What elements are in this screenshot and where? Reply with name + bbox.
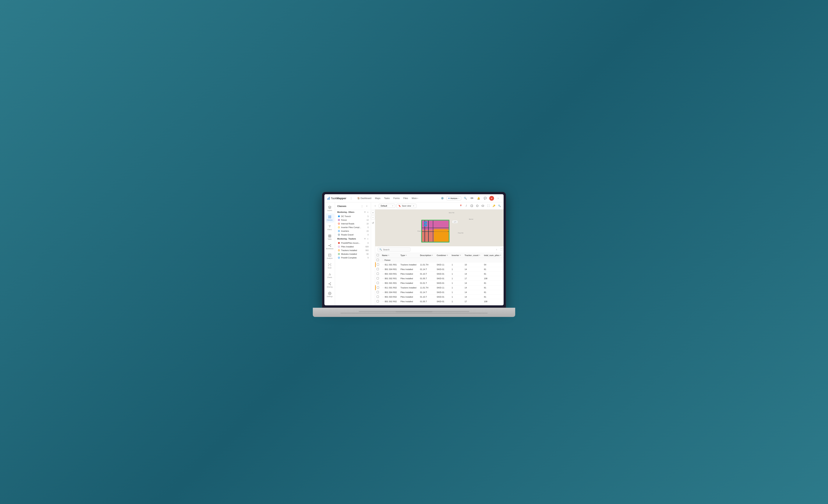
view-selector[interactable]: Default ▾ — [379, 204, 395, 208]
row-checkbox-8[interactable] — [377, 300, 379, 302]
search-box[interactable]: 🔍 — [377, 247, 411, 252]
sidebar-item-filters[interactable]: Filters — [325, 223, 334, 232]
row-checkbox-0[interactable] — [377, 263, 379, 266]
key-row-2 — [340, 313, 488, 313]
th-description[interactable]: Description⇅ — [418, 253, 435, 258]
th-tot[interactable]: tot⇅ — [503, 253, 504, 258]
classes-add-btn[interactable]: ＋ — [365, 204, 369, 208]
group-checkbox[interactable] — [377, 259, 379, 261]
nav-forms[interactable]: Forms — [392, 196, 401, 200]
class-item-piles-installed[interactable]: Piles Installed 609 — [335, 245, 371, 249]
sidebar-item-classes[interactable]: Classes — [325, 213, 334, 222]
col-type-label: Type — [400, 254, 405, 256]
zoom-out-btn[interactable]: － — [371, 215, 375, 219]
cell-desc-1: 01.14.T — [418, 267, 435, 272]
group-visibility-icon[interactable]: 👁 — [364, 211, 366, 213]
user-chevron-icon[interactable]: ▾ — [496, 196, 501, 201]
sidebar-item-table[interactable]: Table — [325, 233, 334, 242]
table-row: →B01 S03 R02 Piles Installed 01.10.T SKI… — [376, 295, 504, 299]
class-item-dc-trench[interactable]: DC Trench 5 — [335, 214, 371, 218]
map-expand-tool[interactable]: ⛶ — [486, 203, 491, 208]
notifications-icon-btn[interactable]: 🔔 — [476, 196, 481, 201]
zoom-in-btn[interactable]: ＋ — [371, 211, 375, 215]
row-checkbox-5[interactable] — [377, 286, 379, 289]
sidebar-item-layers[interactable]: Layers — [325, 204, 334, 213]
class-count-roads-gravel: 0 — [366, 234, 369, 236]
map-search-tool[interactable]: 🔍 — [497, 203, 502, 208]
map-controls: ＋ － ↺ — [371, 210, 375, 305]
nav-tasks[interactable]: Tasks — [382, 196, 391, 200]
settings-icon-btn[interactable]: ⚙️ — [440, 196, 445, 201]
table-export-btn[interactable]: ↑ — [495, 248, 499, 252]
save-view-close-icon[interactable]: ✕ — [413, 205, 414, 207]
map-key-tool[interactable]: 🔑 — [492, 203, 496, 208]
classes-panel-title: Classes — [337, 205, 360, 208]
class-item-predrill-incom[interactable]: Predrill/Piles Incom... 0 — [335, 241, 371, 245]
class-item-roads-gravel[interactable]: Roads Gravel 0 — [335, 233, 371, 237]
nav-files[interactable]: Files — [402, 196, 409, 200]
row-checkbox-7[interactable] — [377, 296, 379, 298]
cell-tracker-2: 14 — [463, 272, 482, 276]
language-selector[interactable]: EN — [469, 196, 474, 201]
workspace-selector[interactable]: Horizon ▾ — [446, 196, 461, 200]
class-name-predrill-incom: Predrill/Piles Incom... — [341, 242, 364, 244]
table-row: →B01 S03 R01 Piles Installed 01.10.T SKI… — [376, 272, 504, 276]
th-total-num-piles[interactable]: total_num_piles⇅ — [482, 253, 503, 258]
map-rect-tool[interactable] — [469, 203, 474, 208]
sidebar-item-scan[interactable]: Scan — [325, 261, 334, 270]
nav-more[interactable]: More ▾ — [410, 196, 419, 200]
class-item-fence[interactable]: Fence 13 — [335, 218, 371, 222]
group-collapse-icon[interactable]: ∧ — [367, 211, 369, 213]
class-dot-dc-trench — [338, 215, 340, 217]
map-line-tool[interactable]: / — [464, 203, 469, 208]
search-icon-btn[interactable]: 🔍 — [463, 196, 468, 201]
class-name-inverter-piles: Inverter Piles Compl... — [341, 226, 364, 228]
nav-maps[interactable]: Maps — [374, 196, 382, 200]
sidebar-item-settings[interactable]: Settings — [325, 290, 334, 299]
class-item-inverters[interactable]: Inverters 24 — [335, 229, 371, 233]
sidebar-item-sharing[interactable]: Sharing — [325, 280, 334, 290]
row-checkbox-4[interactable] — [377, 282, 379, 284]
row-checkbox-6[interactable] — [377, 291, 379, 293]
sidebar-item-charts[interactable]: Charts — [325, 271, 334, 280]
cell-name-5: →B11 S01 R02 — [380, 286, 399, 290]
map-pin-tool[interactable]: 📍 — [458, 203, 463, 208]
class-count-predrill-incom: 0 — [366, 242, 369, 244]
row-arrow-2: → — [382, 273, 384, 275]
select-all-checkbox[interactable] — [377, 254, 379, 256]
classes-more-btn[interactable]: ⋮ — [360, 204, 364, 208]
group-collapse-icon-trackers[interactable]: ∧ — [367, 238, 369, 240]
map-container[interactable]: Flow Rd Flow Rd Stice Rd Barner 1173 — [375, 210, 504, 246]
th-name[interactable]: Name⇅ — [380, 253, 399, 258]
map-circle-tool[interactable] — [475, 203, 480, 208]
user-avatar[interactable]: e — [489, 196, 494, 201]
nav-dashboard[interactable]: 🏠 Dashboard — [356, 196, 373, 200]
sidebar-item-workflows[interactable]: Workflows — [325, 242, 334, 251]
row-checkbox-2[interactable] — [377, 272, 379, 275]
row-checkbox-3[interactable] — [377, 277, 379, 280]
class-item-trackers-installed[interactable]: Trackers Installed 993 — [335, 249, 371, 252]
laptop-keyboard — [313, 308, 515, 317]
class-item-predrill-complete[interactable]: Predrill Complete 9 — [335, 256, 371, 259]
th-combiner[interactable]: Combiner⇅ — [435, 253, 450, 258]
class-item-modules-installed[interactable]: Modules Installed 60 — [335, 252, 371, 256]
content-area: ＋ － ↺ Flow — [371, 210, 504, 305]
messages-icon-btn[interactable]: 💬 — [483, 196, 488, 201]
th-inverter[interactable]: Inverter⇅ — [450, 253, 463, 258]
th-type[interactable]: Type⇅ — [399, 253, 418, 258]
map-ellipse-tool[interactable] — [481, 203, 485, 208]
group-visibility-icon-trackers[interactable]: 👁 — [364, 238, 366, 240]
class-count-inverter-piles: 0 — [366, 226, 369, 228]
table-expand-btn[interactable]: ⛶ — [500, 248, 504, 252]
add-layer-btn[interactable]: ＋ — [373, 203, 378, 208]
class-item-internal-roads[interactable]: Internal Roads 10 — [335, 222, 371, 225]
save-view-btn[interactable]: 🔖 Save view ✕ — [396, 204, 416, 208]
search-input[interactable] — [383, 249, 409, 251]
row-arrow-6: → — [382, 291, 384, 293]
th-tracker-count[interactable]: Tracker_count⇅ — [463, 253, 482, 258]
class-item-inverter-piles[interactable]: Inverter Piles Compl... 0 — [335, 225, 371, 229]
rotate-btn[interactable]: ↺ — [371, 221, 375, 225]
sidebar-item-analyze[interactable]: Analyze — [325, 252, 334, 261]
cell-desc-4: 01.01.T — [418, 281, 435, 286]
row-checkbox-1[interactable] — [377, 268, 379, 270]
